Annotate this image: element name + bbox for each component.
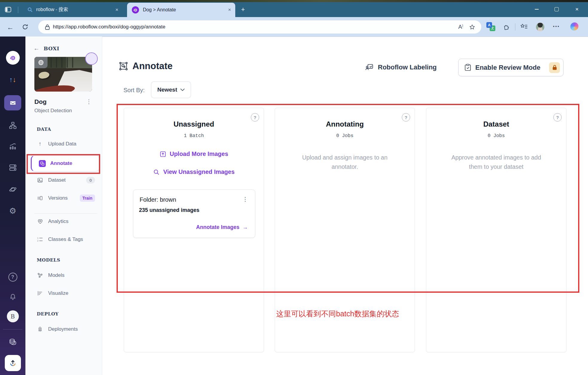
tab-roboflow-search[interactable]: roboflow - 搜索 × [21, 3, 123, 16]
roboflow-logo-icon [132, 6, 139, 13]
back-button[interactable]: ← [6, 23, 14, 32]
url-text[interactable]: https://app.roboflow.com/boxi/dog-oggyp/… [53, 24, 458, 30]
extensions-puzzle-icon[interactable] [503, 23, 511, 31]
back-arrow-icon[interactable]: ← [33, 45, 39, 52]
annotate-images-link[interactable]: Annotate Images → [196, 224, 248, 230]
project-menu-icon[interactable]: ⋮ [86, 98, 92, 105]
column-title: Dataset [426, 120, 566, 128]
rail-roboflow-logo[interactable] [0, 51, 25, 65]
batch-folder-card[interactable]: Folder: brown ⋮ 235 unassigned images An… [133, 189, 255, 238]
sidebar-divider [34, 213, 97, 214]
sort-by-label: Sort By: [123, 87, 145, 94]
tab-dog-annotate[interactable]: Dog > Annotate × [127, 3, 235, 17]
page-title: Annotate [132, 61, 172, 72]
rail-universe-planet-icon[interactable] [0, 184, 25, 195]
label: Roboflow Labeling [378, 63, 437, 71]
rail-notifications-bell-icon[interactable] [0, 292, 25, 302]
upload-arrow-icon: ↑ [37, 141, 43, 147]
sidebar-item-visualize[interactable]: Visualize [37, 290, 68, 296]
label: Annotate Images [196, 224, 239, 230]
enable-review-mode-button[interactable]: Enable Review Mode [458, 59, 563, 76]
upload-more-images-link[interactable]: Upload More Images [124, 151, 264, 157]
item-label: Visualize [48, 290, 68, 296]
rail-analytics-icon[interactable] [0, 141, 25, 152]
maximize-icon [555, 7, 559, 11]
screen: roboflow - 搜索 × Dog > Annotate × + × ← h… [0, 0, 588, 375]
rail-user-avatar[interactable]: B [0, 310, 25, 322]
label: Upload More Images [170, 151, 228, 157]
sidebar-item-classes-tags[interactable]: 12 Classes & Tags [37, 236, 83, 242]
rail-workflow-icon[interactable] [0, 120, 25, 131]
sidebar-item-dataset[interactable]: Dataset 0 [37, 177, 95, 183]
profile-avatar[interactable] [536, 23, 544, 31]
item-label: Annotate [50, 160, 72, 166]
workspace-name[interactable]: BOXI [44, 45, 59, 51]
dataset-count-badge: 0 [86, 177, 95, 183]
column-description: Approve annotated images to add them to … [445, 153, 547, 171]
label: View Unassigned Images [163, 168, 235, 175]
tab-close-icon[interactable]: × [228, 7, 231, 13]
minimize-icon [535, 9, 539, 10]
roboflow-labeling-link[interactable]: Roboflow Labeling [365, 63, 437, 71]
column-description: Upload and assign images to an annotator… [293, 153, 397, 171]
rail-help-icon[interactable]: ? [0, 273, 25, 281]
rail-sort-transfer-icon[interactable]: ↑↓ [0, 74, 25, 85]
sidebar-item-versions[interactable]: Versions Train [37, 195, 95, 202]
analytics-heart-icon [37, 218, 43, 224]
sidebar-item-upload-data[interactable]: ↑ Upload Data [37, 141, 77, 147]
translate-icon[interactable]: 文 A [486, 22, 495, 31]
workspace-header: ← BOXI [33, 45, 59, 52]
read-aloud-icon[interactable]: A) [458, 24, 463, 30]
folder-subtitle: 235 unassigned images [139, 207, 199, 213]
window-minimize-button[interactable] [532, 5, 542, 13]
column-count: 1 Batch [124, 133, 264, 139]
window-close-button[interactable]: × [572, 5, 582, 13]
public-globe-icon [34, 57, 48, 68]
sort-dropdown[interactable]: Newest [151, 81, 191, 98]
sidebar-item-analytics[interactable]: Analytics [37, 218, 68, 224]
settings-menu-icon[interactable]: … [552, 20, 560, 29]
arrow-right-icon: → [242, 224, 248, 230]
new-tab-button[interactable]: + [239, 6, 247, 14]
versions-icon [37, 195, 43, 201]
refresh-button[interactable] [22, 23, 30, 32]
section-data: DATA [37, 127, 51, 132]
sidebar-item-deployments[interactable]: Deployments [37, 326, 78, 332]
rail-projects-active[interactable] [4, 95, 21, 110]
annotate-bbox-icon [119, 62, 128, 71]
rail-deploy-server-icon[interactable] [0, 162, 25, 173]
avatar-initial: B [7, 310, 19, 322]
item-label: Versions [48, 195, 68, 201]
favorite-star-icon[interactable] [469, 24, 475, 30]
rail-upload-button[interactable] [5, 355, 21, 371]
column-count: 0 Jobs [275, 133, 415, 139]
models-nodes-icon [37, 272, 43, 278]
dataset-image-icon [37, 177, 43, 183]
tab-close-icon[interactable]: × [115, 7, 118, 13]
tab-title: roboflow - 搜索 [36, 7, 68, 13]
rail-credits-icon[interactable] [0, 336, 25, 348]
lock-chip [549, 62, 560, 73]
sidebar-item-models[interactable]: Models [37, 272, 65, 278]
folder-menu-icon[interactable]: ⋮ [242, 196, 248, 203]
view-unassigned-images-link[interactable]: View Unassigned Images [124, 168, 264, 175]
rail-settings-gear-icon[interactable]: ⚙ [0, 205, 25, 217]
item-label: Upload Data [48, 141, 77, 147]
svg-text:1: 1 [37, 237, 39, 239]
train-badge[interactable]: Train [80, 195, 95, 202]
tab-workspaces-button[interactable] [4, 5, 13, 14]
favorites-bar-icon[interactable] [520, 23, 528, 30]
inbox-tray-icon [9, 99, 17, 107]
labeling-people-icon [365, 63, 374, 71]
item-label: Models [48, 272, 65, 278]
search-icon [153, 169, 160, 175]
roboflow-logo-icon [6, 51, 20, 65]
search-icon [28, 7, 33, 12]
column-annotating: ? Annotating 0 Jobs Upload and assign im… [275, 108, 415, 352]
svg-text:2: 2 [37, 240, 39, 242]
item-label: Dataset [48, 177, 66, 183]
sidebar-item-annotate[interactable]: Annotate [31, 155, 100, 171]
window-maximize-button[interactable] [552, 5, 562, 13]
toolbar-divider [515, 23, 515, 31]
address-bar[interactable]: https://app.roboflow.com/boxi/dog-oggyp/… [38, 20, 481, 34]
